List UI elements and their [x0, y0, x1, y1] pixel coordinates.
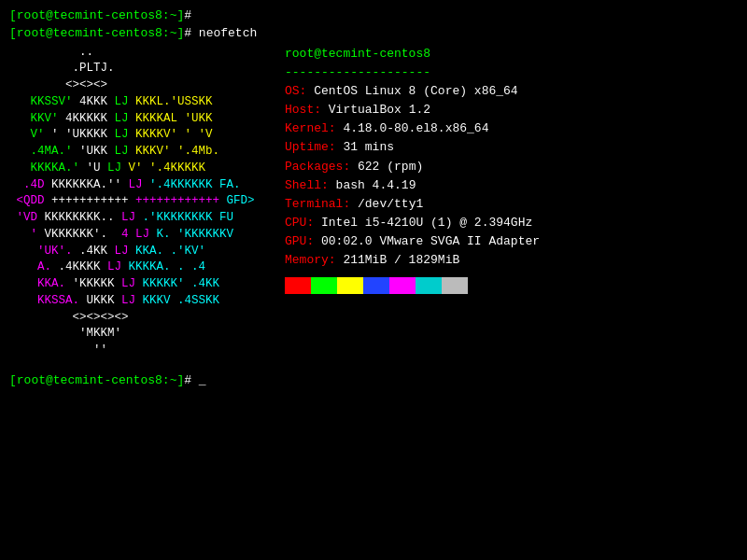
neofetch-output: .. .PLTJ. <><><> KKSSV' 4KKK LJ KKKL.'US… — [9, 45, 738, 359]
color-block-blue — [363, 277, 389, 294]
sysinfo-userhost: root@tecmint-centos8 — [285, 45, 540, 63]
sysinfo-terminal: Terminal: /dev/tty1 — [285, 195, 540, 214]
sysinfo-host: Host: VirtualBox 1.2 — [285, 101, 540, 119]
prompt-line-2: [root@tecmint-centos8:~]# neofetch — [9, 25, 738, 43]
prompt-line-1: [root@tecmint-centos8:~]# — [9, 7, 738, 25]
sysinfo-memory: Memory: 211MiB / 1829MiB — [285, 251, 540, 270]
sysinfo-kernel: Kernel: 4.18.0-80.el8.x86_64 — [285, 119, 540, 138]
sysinfo-gpu: GPU: 00:02.0 VMware SVGA II Adapter — [285, 232, 540, 251]
sysinfo-shell: Shell: bash 4.4.19 — [285, 176, 540, 195]
sysinfo-os: OS: CentOS Linux 8 (Core) x86_64 — [285, 82, 540, 101]
terminal-window: [root@tecmint-centos8:~]# [root@tecmint-… — [0, 0, 747, 560]
sysinfo-cpu: CPU: Intel i5-4210U (1) @ 2.394GHz — [285, 214, 540, 232]
prompt-bottom: [root@tecmint-centos8:~]# _ — [9, 372, 738, 390]
sysinfo-packages: Packages: 622 (rpm) — [285, 158, 540, 176]
prompt-user2: [root@tecmint-centos8:~] — [9, 26, 184, 40]
prompt-user: [root@tecmint-centos8:~] — [9, 8, 184, 22]
color-block-yellow — [337, 277, 363, 294]
sysinfo-uptime: Uptime: 31 mins — [285, 138, 540, 157]
color-block-red — [285, 277, 311, 294]
sysinfo-separator: -------------------- — [285, 63, 540, 82]
color-block-green — [311, 277, 337, 294]
prompt-bottom-user: [root@tecmint-centos8:~] — [9, 373, 184, 387]
color-block-cyan — [416, 277, 442, 294]
sysinfo-panel: root@tecmint-centos8 -------------------… — [280, 45, 540, 359]
ascii-art: .. .PLTJ. <><><> KKSSV' 4KKK LJ KKKL.'US… — [9, 45, 280, 359]
color-block-magenta — [389, 277, 416, 294]
color-block-white — [442, 277, 468, 294]
color-blocks — [285, 277, 540, 294]
